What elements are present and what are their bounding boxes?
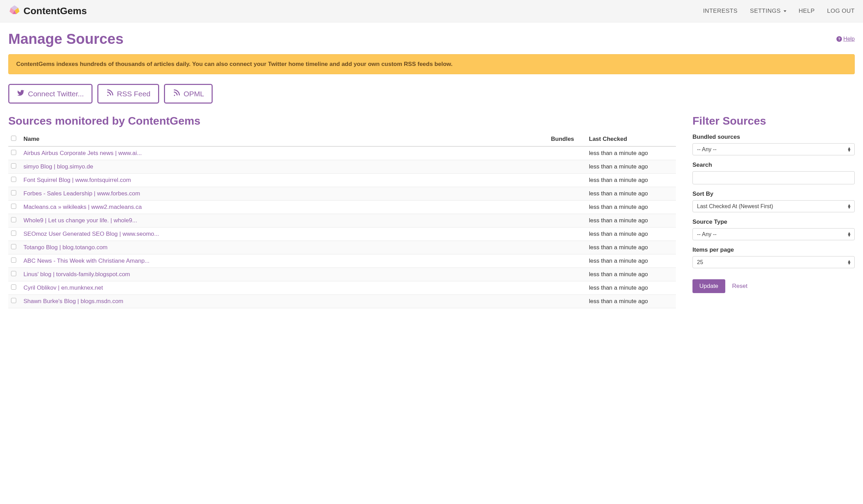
source-name-link[interactable]: Font Squirrel Blog | www.fontsquirrel.co… <box>23 177 131 183</box>
row-checkbox[interactable] <box>11 150 16 155</box>
help-link[interactable]: ? Help <box>836 36 855 42</box>
source-name-link[interactable]: Airbus Airbus Corporate Jets news | www.… <box>23 150 142 156</box>
row-checkbox[interactable] <box>11 284 16 290</box>
source-name-link[interactable]: SEOmoz User Generated SEO Blog | www.seo… <box>23 231 159 237</box>
source-last-checked: less than a minute ago <box>586 146 676 160</box>
rss-icon <box>106 89 114 98</box>
column-bundles: Bundles <box>548 132 586 146</box>
per-page-label: Items per page <box>692 246 855 253</box>
source-bundles <box>548 187 586 201</box>
row-checkbox[interactable] <box>11 190 16 195</box>
rss-icon <box>173 89 180 98</box>
source-name-link[interactable]: Linus' blog | torvalds-family.blogspot.c… <box>23 271 130 278</box>
source-name-link[interactable]: Shawn Burke's Blog | blogs.msdn.com <box>23 298 123 304</box>
type-label: Source Type <box>692 219 855 225</box>
nav-links: INTERESTS SETTINGS HELP LOG OUT <box>703 8 855 14</box>
source-bundles <box>548 174 586 187</box>
logo-icon <box>8 4 21 18</box>
source-last-checked: less than a minute ago <box>586 227 676 241</box>
search-input[interactable] <box>692 171 855 184</box>
column-last-checked: Last Checked <box>586 132 676 146</box>
source-bundles <box>548 281 586 295</box>
sort-label: Sort By <box>692 191 855 197</box>
source-last-checked: less than a minute ago <box>586 268 676 281</box>
search-label: Search <box>692 162 855 168</box>
source-last-checked: less than a minute ago <box>586 187 676 201</box>
row-checkbox[interactable] <box>11 258 16 263</box>
brand-text: ContentGems <box>23 6 87 17</box>
source-bundles <box>548 295 586 308</box>
sort-select[interactable]: Last Checked At (Newest First) <box>692 200 855 212</box>
source-bundles <box>548 160 586 174</box>
bundled-select[interactable]: -- Any -- <box>692 143 855 155</box>
column-name: Name <box>21 132 548 146</box>
table-row: ABC News - This Week with Christiane Ama… <box>8 254 676 268</box>
nav-settings[interactable]: SETTINGS <box>750 8 786 14</box>
row-checkbox[interactable] <box>11 298 16 303</box>
per-page-select[interactable]: 25 <box>692 256 855 268</box>
row-checkbox[interactable] <box>11 204 16 209</box>
source-name-link[interactable]: Totango Blog | blog.totango.com <box>23 244 108 251</box>
source-buttons: Connect Twitter... RSS Feed OPML <box>8 84 855 104</box>
source-last-checked: less than a minute ago <box>586 174 676 187</box>
brand-logo[interactable]: ContentGems <box>8 4 87 18</box>
help-link-label: Help <box>843 36 855 42</box>
page-header: Manage Sources ? Help <box>8 31 855 47</box>
table-row: Macleans.ca » wikileaks | www2.macleans.… <box>8 201 676 214</box>
source-last-checked: less than a minute ago <box>586 201 676 214</box>
navbar: ContentGems INTERESTS SETTINGS HELP LOG … <box>0 0 863 22</box>
page-title: Manage Sources <box>8 31 124 47</box>
rss-feed-button[interactable]: RSS Feed <box>97 84 159 104</box>
source-bundles <box>548 146 586 160</box>
nav-logout[interactable]: LOG OUT <box>827 8 855 14</box>
opml-label: OPML <box>184 90 204 98</box>
row-checkbox[interactable] <box>11 217 16 222</box>
source-bundles <box>548 254 586 268</box>
reset-button[interactable]: Reset <box>732 283 747 290</box>
sources-table: Name Bundles Last Checked Airbus Airbus … <box>8 132 676 308</box>
connect-twitter-label: Connect Twitter... <box>28 90 84 98</box>
source-bundles <box>548 214 586 227</box>
table-row: Whole9 | Let us change your life. | whol… <box>8 214 676 227</box>
filter-title: Filter Sources <box>692 115 855 127</box>
nav-settings-label: SETTINGS <box>750 8 781 14</box>
sources-section-title: Sources monitored by ContentGems <box>8 115 676 127</box>
info-banner: ContentGems indexes hundreds of thousand… <box>8 54 855 74</box>
source-last-checked: less than a minute ago <box>586 281 676 295</box>
select-all-checkbox[interactable] <box>11 136 16 141</box>
bundled-label: Bundled sources <box>692 134 855 140</box>
row-checkbox[interactable] <box>11 244 16 249</box>
source-last-checked: less than a minute ago <box>586 214 676 227</box>
row-checkbox[interactable] <box>11 177 16 182</box>
table-row: Cyril Oblikov | en.munknex.netless than … <box>8 281 676 295</box>
table-row: Linus' blog | torvalds-family.blogspot.c… <box>8 268 676 281</box>
connect-twitter-button[interactable]: Connect Twitter... <box>8 84 93 104</box>
row-checkbox[interactable] <box>11 231 16 236</box>
nav-interests[interactable]: INTERESTS <box>703 8 738 14</box>
source-last-checked: less than a minute ago <box>586 160 676 174</box>
table-row: Airbus Airbus Corporate Jets news | www.… <box>8 146 676 160</box>
opml-button[interactable]: OPML <box>164 84 213 104</box>
source-name-link[interactable]: Cyril Oblikov | en.munknex.net <box>23 284 103 291</box>
source-bundles <box>548 268 586 281</box>
source-name-link[interactable]: Macleans.ca » wikileaks | www2.macleans.… <box>23 204 142 210</box>
table-row: simyo Blog | blog.simyo.deless than a mi… <box>8 160 676 174</box>
update-button[interactable]: Update <box>692 279 725 293</box>
table-row: Font Squirrel Blog | www.fontsquirrel.co… <box>8 174 676 187</box>
row-checkbox[interactable] <box>11 271 16 276</box>
source-name-link[interactable]: Whole9 | Let us change your life. | whol… <box>23 217 137 224</box>
source-name-link[interactable]: Forbes - Sales Leadership | www.forbes.c… <box>23 190 140 197</box>
table-row: Forbes - Sales Leadership | www.forbes.c… <box>8 187 676 201</box>
source-name-link[interactable]: ABC News - This Week with Christiane Ama… <box>23 258 149 264</box>
rss-feed-label: RSS Feed <box>117 90 151 98</box>
row-checkbox[interactable] <box>11 163 16 168</box>
caret-down-icon <box>784 10 786 12</box>
question-icon: ? <box>836 36 842 42</box>
type-select[interactable]: -- Any -- <box>692 228 855 240</box>
source-name-link[interactable]: simyo Blog | blog.simyo.de <box>23 163 93 170</box>
source-bundles <box>548 201 586 214</box>
table-row: SEOmoz User Generated SEO Blog | www.seo… <box>8 227 676 241</box>
nav-help[interactable]: HELP <box>799 8 815 14</box>
source-last-checked: less than a minute ago <box>586 241 676 254</box>
twitter-icon <box>17 89 25 98</box>
